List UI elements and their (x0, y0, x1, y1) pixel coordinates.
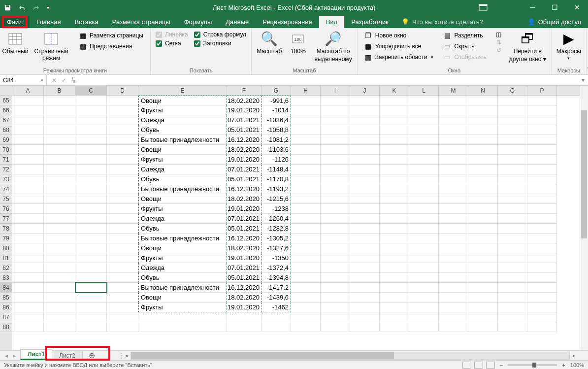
cell[interactable] (527, 194, 557, 204)
column-header[interactable]: A (12, 86, 44, 95)
cell[interactable] (527, 322, 557, 332)
cell[interactable] (350, 125, 380, 135)
cell[interactable] (321, 243, 350, 253)
cell[interactable] (380, 115, 409, 125)
cell[interactable] (380, 184, 409, 194)
cell[interactable] (380, 224, 409, 234)
formula-bar-checkbox[interactable]: Строка формул (194, 31, 246, 38)
cell[interactable] (44, 273, 75, 283)
cell[interactable] (12, 263, 44, 273)
cell[interactable] (409, 184, 439, 194)
cell[interactable]: Одежда (138, 165, 227, 174)
row-header[interactable]: 65 (0, 96, 12, 105)
cell[interactable] (498, 96, 527, 105)
row-header[interactable]: 86 (0, 302, 12, 312)
custom-views-button[interactable]: ▤Представления (77, 42, 145, 51)
cell[interactable] (44, 234, 75, 243)
cell[interactable] (439, 105, 468, 115)
cell[interactable] (107, 155, 138, 165)
cell[interactable] (321, 253, 350, 263)
cell[interactable] (44, 105, 75, 115)
cell[interactable] (439, 96, 468, 105)
cell[interactable] (44, 115, 75, 125)
tab-developer[interactable]: Разработчик (344, 16, 395, 28)
cell[interactable] (321, 184, 350, 194)
cell[interactable] (75, 184, 107, 194)
cell[interactable] (44, 293, 75, 302)
cell[interactable] (107, 253, 138, 263)
cell[interactable] (12, 96, 44, 105)
new-sheet-button[interactable]: ⊕ (86, 351, 98, 360)
cell[interactable] (107, 174, 138, 184)
cell[interactable] (75, 145, 107, 155)
cell[interactable] (350, 312, 380, 322)
hide-button[interactable]: ▭Скрыть (441, 42, 488, 51)
cell[interactable] (380, 125, 409, 135)
cell[interactable] (468, 312, 498, 322)
cell[interactable] (44, 253, 75, 263)
cell[interactable] (75, 312, 107, 322)
cell[interactable] (380, 283, 409, 293)
cell[interactable] (291, 174, 321, 184)
column-header[interactable]: D (107, 86, 138, 95)
cell[interactable] (527, 293, 557, 302)
cell[interactable] (439, 125, 468, 135)
cell[interactable] (321, 214, 350, 224)
cell[interactable]: -1417,2 (261, 283, 291, 293)
cell[interactable] (350, 115, 380, 125)
cell[interactable]: Овощи (138, 243, 227, 253)
zoom-to-selection-button[interactable]: 🔎Масштаб повыделенному (312, 30, 354, 64)
cell[interactable] (12, 312, 44, 322)
cell[interactable] (380, 145, 409, 155)
row-header[interactable]: 66 (0, 105, 12, 115)
cell[interactable] (498, 253, 527, 263)
enter-formula-icon[interactable]: ✓ (62, 77, 66, 84)
cell[interactable] (44, 224, 75, 234)
cell[interactable]: 16.12.2020 (227, 234, 261, 243)
cells-area[interactable]: Овощи18.02.2020-991,6Фрукты19.01.2020-10… (12, 96, 588, 352)
cell[interactable] (409, 302, 439, 312)
cell[interactable] (439, 184, 468, 194)
row-header[interactable]: 78 (0, 224, 12, 234)
cell[interactable] (321, 165, 350, 174)
cell[interactable] (439, 165, 468, 174)
cell[interactable]: Овощи (138, 293, 227, 302)
cell[interactable]: Одежда (138, 214, 227, 224)
cell[interactable] (468, 115, 498, 125)
cell[interactable] (439, 273, 468, 283)
cell[interactable] (409, 165, 439, 174)
sheet-tab-1[interactable]: Лист1 (20, 349, 52, 360)
cell[interactable] (498, 293, 527, 302)
tab-home[interactable]: Главная (30, 16, 67, 28)
cell[interactable] (350, 155, 380, 165)
cell[interactable] (44, 283, 75, 293)
cell[interactable] (380, 243, 409, 253)
cell[interactable] (12, 135, 44, 145)
cell[interactable] (468, 96, 498, 105)
cell[interactable]: -1081,2 (261, 135, 291, 145)
cell[interactable] (468, 263, 498, 273)
cell[interactable] (75, 293, 107, 302)
row-header[interactable]: 79 (0, 234, 12, 243)
cell[interactable] (468, 165, 498, 174)
cell[interactable] (75, 155, 107, 165)
cell[interactable] (107, 224, 138, 234)
cell[interactable] (44, 263, 75, 273)
headings-checkbox[interactable]: Заголовки (194, 40, 246, 47)
cell[interactable] (291, 293, 321, 302)
cell[interactable] (409, 224, 439, 234)
new-window-button[interactable]: ❐Новое окно (362, 31, 436, 40)
cell[interactable] (468, 204, 498, 214)
cell[interactable]: 16.12.2020 (227, 283, 261, 293)
cell[interactable] (409, 115, 439, 125)
cell[interactable] (291, 115, 321, 125)
cell[interactable] (291, 204, 321, 214)
cell[interactable] (44, 145, 75, 155)
cell[interactable]: Обувь (138, 174, 227, 184)
cell[interactable] (468, 155, 498, 165)
cell[interactable]: Одежда (138, 263, 227, 273)
cell[interactable] (291, 283, 321, 293)
cell[interactable] (498, 243, 527, 253)
cell[interactable] (527, 253, 557, 263)
close-button[interactable]: ✕ (566, 0, 588, 15)
